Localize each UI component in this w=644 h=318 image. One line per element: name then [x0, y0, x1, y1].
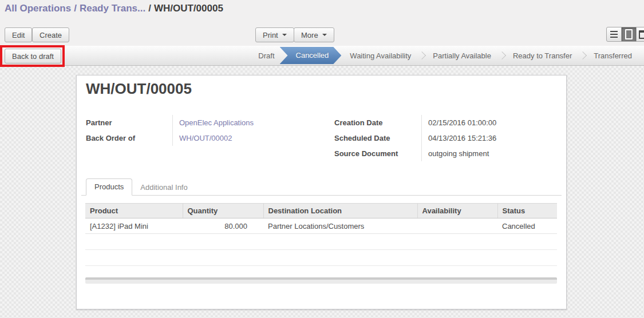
breadcrumb-separator: /: [145, 3, 154, 14]
chevron-right-icon: [418, 51, 426, 59]
more-dropdown-button[interactable]: More: [294, 27, 334, 42]
status-step-partially-available: Partially Available: [425, 51, 499, 60]
status-step-ready-to-transfer: Ready to Transfer: [505, 51, 579, 60]
edit-button[interactable]: Edit: [5, 27, 32, 42]
workflow-status-row: Back to draft Draft Cancelled Waiting Av…: [0, 46, 644, 66]
top-toolbar: All Operations/Ready Trans.../WH/OUT/000…: [0, 0, 644, 66]
scheduled-date-value: 04/13/2016 15:21:36: [422, 130, 496, 146]
print-button-label: Print: [263, 31, 278, 39]
cell-quantity: 80.000: [183, 218, 263, 234]
horizontal-scrollbar[interactable]: [85, 277, 557, 284]
breadcrumb-link-all-operations[interactable]: All Operations: [5, 3, 71, 14]
create-button[interactable]: Create: [32, 27, 69, 42]
source-document-value: outgoing shipment: [422, 146, 496, 161]
cell-availability: [417, 218, 497, 234]
status-step-transferred: Transferred: [586, 51, 639, 60]
chevron-right-icon: [498, 51, 506, 59]
odoo-inventory-transfer-page: All Operations/Ready Trans.../WH/OUT/000…: [0, 0, 644, 318]
table-header-row: Product Quantity Destination Location Av…: [85, 204, 557, 218]
creation-date-value: 02/15/2016 01:00:00: [422, 115, 496, 130]
form-view-button[interactable]: [621, 27, 637, 42]
statusbar: Draft Cancelled Waiting Availability Par…: [251, 46, 639, 65]
column-header-quantity: Quantity: [183, 204, 263, 218]
form-sheet: WH/OUT/00005 Partner Back Order of OpenE…: [76, 75, 567, 309]
list-view-icon: [610, 31, 618, 38]
back-order-link[interactable]: WH/OUT/00002: [179, 134, 232, 142]
field-label-partner: Partner: [86, 115, 172, 130]
breadcrumb-current: WH/OUT/00005: [154, 3, 223, 14]
field-label-creation-date: Creation Date: [334, 115, 421, 130]
back-to-draft-button[interactable]: Back to draft: [5, 49, 61, 63]
cell-destination-location: Partner Locations/Customers: [263, 218, 417, 234]
status-step-cancelled: Cancelled: [280, 47, 342, 64]
column-header-destination-location: Destination Location: [263, 204, 417, 218]
table-row[interactable]: [A1232] iPad Mini 80.000 Partner Locatio…: [85, 218, 557, 234]
list-view-button[interactable]: [606, 27, 622, 42]
breadcrumb-link-ready-transfers[interactable]: Ready Trans...: [80, 3, 145, 14]
cell-status: Cancelled: [497, 218, 557, 234]
column-header-availability: Availability: [417, 204, 497, 218]
field-label-scheduled-date: Scheduled Date: [334, 130, 421, 146]
field-group-right: Creation Date Scheduled Date Source Docu…: [334, 115, 496, 161]
caret-down-icon: [322, 34, 327, 36]
empty-table-row: [85, 250, 557, 266]
page-title: WH/OUT/00005: [86, 80, 192, 98]
status-step-waiting-availability: Waiting Availability: [342, 51, 418, 60]
calendar-view-icon: [639, 30, 644, 39]
more-button-label: More: [301, 31, 318, 39]
notebook-tabs: Products Additional Info: [81, 179, 562, 196]
print-dropdown-button[interactable]: Print: [255, 27, 294, 42]
calendar-view-button[interactable]: [636, 27, 644, 42]
tab-additional-info[interactable]: Additional Info: [132, 180, 195, 196]
form-view-icon: [625, 29, 633, 39]
breadcrumb: All Operations/Ready Trans.../WH/OUT/000…: [5, 3, 223, 14]
column-header-product: Product: [85, 204, 183, 218]
breadcrumb-separator: /: [71, 3, 80, 14]
field-group-left: Partner Back Order of OpenElec Applicati…: [86, 115, 254, 146]
field-label-source-document: Source Document: [334, 146, 421, 161]
field-label-back-order-of: Back Order of: [86, 130, 172, 146]
caret-down-icon: [282, 34, 287, 36]
empty-table-row: [85, 234, 557, 250]
content-area: WH/OUT/00005 Partner Back Order of OpenE…: [0, 66, 644, 318]
tab-products[interactable]: Products: [86, 178, 132, 196]
status-step-draft: Draft: [251, 51, 282, 60]
partner-link[interactable]: OpenElec Applications: [179, 118, 254, 127]
cell-product: [A1232] iPad Mini: [85, 218, 183, 234]
column-header-status: Status: [497, 204, 557, 218]
products-table: Product Quantity Destination Location Av…: [85, 203, 557, 266]
chevron-right-icon: [579, 51, 587, 59]
view-switcher: [606, 27, 644, 42]
